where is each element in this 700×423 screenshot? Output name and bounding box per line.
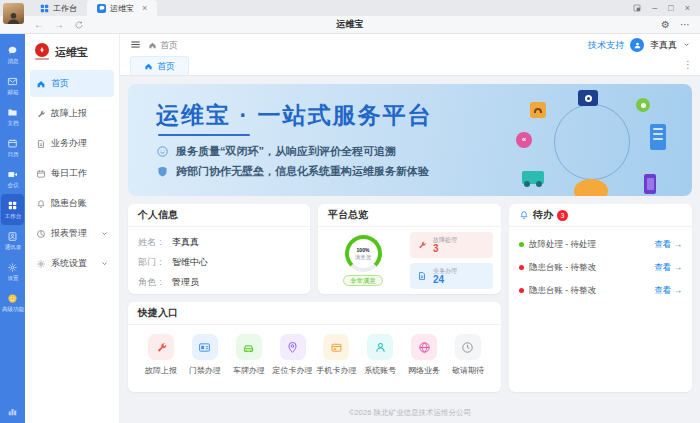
status-dot-green [519, 242, 524, 247]
chevron-down-icon[interactable] [683, 40, 690, 50]
status-dot-red [519, 288, 524, 293]
view-link[interactable]: 查看 → [654, 285, 682, 297]
user-name[interactable]: 李真真 [650, 39, 677, 52]
rail-item-messages[interactable]: 消息 [1, 39, 24, 70]
shortcut-door-access[interactable]: 门禁办理 [185, 334, 225, 376]
clock-icon [455, 334, 481, 360]
overview-stats: 故障处理3 业务办理24 [410, 232, 493, 289]
rail-item-docs[interactable]: 文档 [1, 101, 24, 132]
car-icon [236, 334, 262, 360]
browser-toolbar: ← → 运维宝 ⚙ ⋯ [0, 16, 700, 34]
back-icon[interactable]: ← [34, 19, 44, 30]
rail-item-contacts[interactable]: 通讯录 [1, 225, 24, 256]
stat-business-handling[interactable]: 业务办理24 [410, 263, 493, 289]
tab-options-icon[interactable]: ⋮ [683, 59, 693, 70]
rail-item-settings[interactable]: 设置 [1, 256, 24, 287]
home-icon [148, 41, 157, 50]
sidebar-menu: 首页 故障上报 业务办理 每日工作 隐患台账 [25, 70, 119, 277]
todo-item: 故障处理 - 待处理 查看 → [519, 233, 682, 256]
banner-underline [158, 134, 250, 136]
sidebar-item-daily-work[interactable]: 每日工作 [30, 160, 114, 187]
illustration-ring [554, 104, 630, 180]
rail-item-meetings[interactable]: 会议 [1, 163, 24, 194]
collapse-menu-icon[interactable] [130, 39, 141, 52]
more-icon[interactable]: ⋯ [680, 19, 690, 30]
rail-item-workbench[interactable]: 工作台 [1, 194, 24, 225]
file-icon [36, 139, 46, 149]
shortcut-license-plate[interactable]: 车牌办理 [229, 334, 269, 376]
video-icon [7, 169, 18, 180]
tab-workbench[interactable]: 工作台 [30, 0, 87, 16]
shortcut-fault-report[interactable]: 故障上报 [141, 334, 181, 376]
app-sidebar: 运维宝 首页 故障上报 业务办理 每日工作 [25, 34, 120, 423]
banner-point-2: 跨部门协作无壁垒，信息化系统重构运维服务新体验 [156, 164, 429, 179]
shortcut-coming-soon[interactable]: 敬请期待 [448, 334, 488, 376]
contacts-icon [7, 231, 18, 242]
sidebar-item-hazard-ledger[interactable]: 隐患台账 [30, 190, 114, 217]
todo-item: 隐患台账 - 待整改 查看 → [519, 279, 682, 302]
shortcut-system-account[interactable]: 系统账号 [360, 334, 400, 376]
rail-item-advanced[interactable]: 高级功能 [1, 287, 24, 318]
cards-grid: 个人信息 姓名： 李真真 部门： 智维中心 [128, 204, 692, 392]
file-icon [417, 271, 427, 281]
rail-item-mail[interactable]: 邮箱 [1, 70, 24, 101]
workbench-grid-icon [7, 200, 18, 211]
window-controls: – □ × [633, 0, 700, 16]
page-tab-home[interactable]: 首页 [130, 56, 189, 75]
satisfaction-gauge: 100% 满意度 非常满意 [326, 235, 400, 287]
popout-icon[interactable] [633, 4, 641, 12]
sidebar-item-reports[interactable]: 报表管理 [30, 220, 114, 247]
minimize-icon[interactable]: – [652, 3, 657, 13]
app-logo-title: 运维宝 [55, 45, 88, 60]
account-avatar[interactable] [3, 3, 24, 24]
user-avatar[interactable] [630, 38, 644, 52]
calendar-icon [7, 138, 18, 149]
app-window: 工作台 运维宝 × – □ × ← → 运维宝 ⚙ ⋯ [0, 0, 700, 423]
shortcuts-card-title: 快捷入口 [128, 302, 501, 325]
shortcuts-list: 故障上报 门禁办理 车牌办理 [128, 325, 501, 376]
tab-close-icon[interactable]: × [142, 3, 147, 13]
sidebar-item-fault-report[interactable]: 故障上报 [30, 100, 114, 127]
profile-field-dept: 部门： 智维中心 [138, 252, 300, 272]
close-icon[interactable]: × [685, 3, 690, 13]
rail-item-calendar[interactable]: 日历 [1, 132, 24, 163]
shortcut-sim-card[interactable]: 手机卡办理 [316, 334, 356, 376]
home-icon [144, 62, 153, 71]
banner-point-1: 服务质量“双闭环”，从响应到评价全程可追溯 [156, 144, 396, 159]
home-icon [36, 79, 46, 89]
stat-fault-handling[interactable]: 故障处理3 [410, 232, 493, 258]
window-titlebar: 工作台 运维宝 × – □ × [0, 0, 700, 16]
tech-support-link[interactable]: 技术支持 [588, 39, 624, 52]
rail-bottom-stats[interactable] [0, 406, 25, 417]
chevron-down-icon [101, 229, 108, 239]
tab-ywb-app[interactable]: 运维宝 × [87, 0, 157, 16]
maximize-icon[interactable]: □ [668, 3, 673, 13]
refresh-icon[interactable] [74, 20, 84, 30]
todo-item: 隐患台账 - 待整改 查看 → [519, 256, 682, 279]
gear-icon [36, 259, 46, 269]
todo-card-header: 待办 3 [509, 204, 692, 227]
sidebar-item-business[interactable]: 业务办理 [30, 130, 114, 157]
bell-icon [519, 210, 529, 220]
toolbar-right: ⚙ ⋯ [661, 19, 690, 30]
folder-icon [7, 107, 18, 118]
app-tab-icon [97, 4, 106, 13]
chat-bubble-icon [7, 45, 18, 56]
orange-node-icon [530, 102, 546, 118]
gear-icon[interactable]: ⚙ [661, 19, 670, 30]
view-link[interactable]: 查看 → [654, 262, 682, 274]
view-link[interactable]: 查看 → [654, 239, 682, 251]
overview-card-title: 平台总览 [318, 204, 501, 227]
overview-body: 100% 满意度 非常满意 故障处理3 [318, 227, 501, 289]
wrench-icon [417, 240, 427, 250]
banner-illustration: « [516, 90, 666, 194]
forward-icon[interactable]: → [54, 19, 64, 30]
shield-icon [156, 165, 169, 178]
sidebar-item-home[interactable]: 首页 [30, 70, 114, 97]
wrench-icon [36, 109, 46, 119]
shortcut-location-card[interactable]: 定位卡办理 [273, 334, 313, 376]
sidebar-item-system-settings[interactable]: 系统设置 [30, 250, 114, 277]
bar-chart-icon [7, 406, 18, 417]
gauge-value: 100 [357, 247, 365, 253]
shortcut-network-business[interactable]: 网络业务 [404, 334, 444, 376]
